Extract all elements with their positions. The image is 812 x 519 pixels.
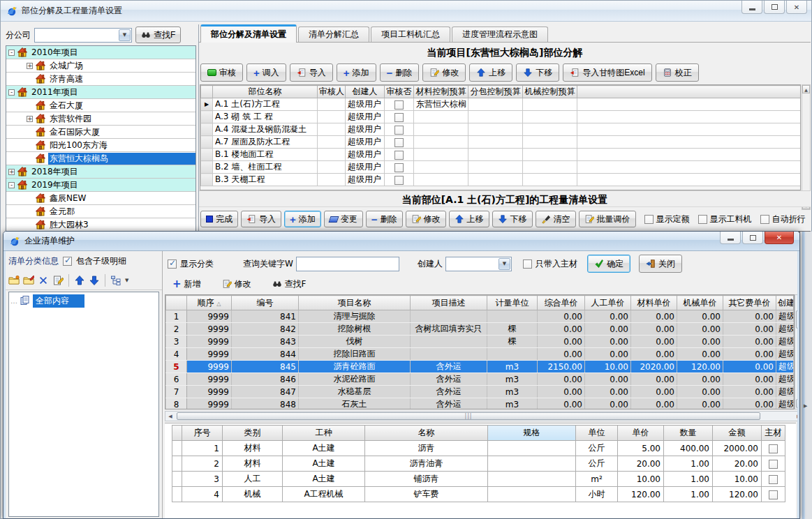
ok-button[interactable]: 确定: [587, 255, 630, 273]
column-header[interactable]: 机械控制预算: [523, 86, 577, 98]
new-button[interactable]: +新增: [168, 276, 206, 292]
scroll-thumb[interactable]: ≡: [796, 310, 797, 329]
column-header[interactable]: 创建: [776, 296, 794, 310]
move-down-button[interactable]: 下移: [492, 211, 533, 227]
import-gantt-excel-button[interactable]: 导入甘特图Excel: [563, 63, 651, 82]
column-header[interactable]: 计量单位: [487, 296, 538, 310]
dialog-titlebar[interactable]: 企业清单维护: [3, 232, 799, 251]
column-header[interactable]: 其它费单价: [723, 296, 776, 310]
move-up-button[interactable]: 上移: [449, 211, 489, 227]
add-button[interactable]: +添加: [284, 211, 321, 227]
main-material-checkbox[interactable]: [769, 475, 778, 484]
maximize-button[interactable]: [742, 232, 763, 244]
collapse-icon[interactable]: -: [8, 89, 15, 96]
new-folder-icon[interactable]: [8, 275, 20, 286]
tab-progress-flow[interactable]: 进度管理流程示意图: [452, 27, 548, 42]
modify-button[interactable]: 修改: [406, 211, 446, 227]
main-material-checkbox[interactable]: [769, 490, 778, 499]
column-header[interactable]: 金额: [713, 426, 762, 441]
show-labor-material-checkbox[interactable]: [698, 215, 707, 224]
expand-icon[interactable]: +: [27, 63, 33, 69]
expand-icon[interactable]: +: [27, 116, 33, 122]
tree-item[interactable]: 济青高速: [6, 73, 195, 86]
expand-icon[interactable]: +: [8, 169, 15, 175]
keyword-input[interactable]: [296, 257, 399, 271]
call-in-button[interactable]: +调入: [246, 63, 286, 82]
collapse-icon[interactable]: -: [8, 182, 15, 188]
tree-item-selected[interactable]: … 全部内容: [10, 294, 157, 308]
column-header[interactable]: 综合单价: [538, 296, 585, 310]
tree-item[interactable]: 胜大园林3: [6, 218, 195, 232]
maximize-button[interactable]: [764, 1, 785, 14]
tab-list-summary[interactable]: 清单分解汇总: [298, 27, 369, 42]
column-header[interactable]: 项目名称: [299, 296, 411, 310]
creator-dropdown[interactable]: ▼: [445, 257, 512, 271]
table-row[interactable]: B.2 墙、柱面工程 超级用户: [201, 161, 802, 174]
audit-checkbox[interactable]: [394, 126, 404, 135]
table-row[interactable]: 29999842挖除树根含树坑回填夯实只棵0.000.000.000.000.0…: [166, 323, 794, 336]
edit-folder-icon[interactable]: [23, 275, 34, 286]
delete-icon[interactable]: [38, 275, 49, 286]
tree-item[interactable]: 阳光100东方海: [6, 139, 195, 152]
table-row-selected[interactable]: 59999845沥青砼路面含外运m32150.0010.002020.00120…: [166, 361, 794, 373]
modify-button[interactable]: 修改: [217, 276, 256, 292]
correct-button[interactable]: 校正: [656, 63, 699, 82]
audit-checkbox[interactable]: [394, 100, 404, 110]
tree-item[interactable]: - 2010年项目: [6, 46, 195, 59]
clear-button[interactable]: 清空: [536, 211, 576, 227]
change-button[interactable]: 变更: [324, 211, 363, 227]
modify-button[interactable]: 修改: [422, 63, 466, 82]
tree-item[interactable]: + 2018年项目: [6, 165, 195, 179]
move-down-button[interactable]: 下移: [516, 63, 559, 82]
scroll-down-icon[interactable]: ▼: [796, 399, 797, 408]
list-grid-vscrollbar[interactable]: ≡ ▼: [795, 294, 797, 409]
table-row[interactable]: B.1 楼地面工程 超级用户: [201, 149, 802, 161]
auto-wrap-checkbox[interactable]: [760, 215, 769, 224]
column-header[interactable]: 材料单价: [631, 296, 677, 310]
main-material-checkbox[interactable]: [769, 460, 778, 469]
column-header[interactable]: 机械单价: [677, 296, 723, 310]
scroll-left-icon[interactable]: ◀: [165, 414, 175, 419]
column-header[interactable]: 顺序 △: [187, 296, 232, 310]
column-header[interactable]: 审核人: [318, 86, 346, 98]
table-row[interactable]: 3人工A土建铺沥青m²10.001.0010.00: [172, 472, 785, 487]
column-header[interactable]: 部位名称: [213, 86, 318, 98]
column-header[interactable]: 审核否: [385, 86, 414, 98]
table-row[interactable]: B.3 天棚工程 超级用户: [201, 174, 802, 186]
column-header[interactable]: 材料控制预算: [414, 86, 468, 98]
show-category-checkbox[interactable]: ✓: [168, 260, 177, 269]
table-row[interactable]: 4机械A工程机械铲车费小时120.001.00120.00: [172, 487, 785, 502]
close-dialog-button[interactable]: 关闭: [639, 255, 682, 273]
collapse-icon[interactable]: -: [8, 50, 15, 56]
audit-checkbox[interactable]: [394, 176, 404, 185]
minimize-button[interactable]: [741, 1, 762, 14]
column-header[interactable]: 编号: [232, 296, 299, 310]
column-header[interactable]: 分包控制预算: [468, 86, 523, 98]
move-down-icon[interactable]: [89, 275, 100, 286]
tree-item[interactable]: - 2019年项目: [6, 179, 195, 192]
branch-dropdown[interactable]: ▼: [34, 28, 132, 43]
include-children-checkbox[interactable]: ✓: [63, 257, 72, 266]
column-header[interactable]: 单价: [618, 426, 664, 441]
audit-button[interactable]: 审核: [200, 63, 243, 82]
audit-checkbox[interactable]: [394, 151, 404, 160]
column-header[interactable]: 规格: [488, 426, 576, 441]
column-header[interactable]: 人工单价: [585, 296, 631, 310]
minimize-button[interactable]: [720, 232, 741, 244]
close-button[interactable]: ✕: [786, 1, 807, 14]
tree-item[interactable]: + 东营软件园: [6, 112, 195, 126]
table-row[interactable]: 2材料A土建沥青油膏公斤20.001.0020.00: [172, 456, 785, 472]
column-header[interactable]: 项目描述: [411, 296, 487, 310]
scroll-right-icon[interactable]: ▶: [804, 403, 807, 409]
dropdown-arrow-icon[interactable]: ▼: [125, 278, 128, 283]
scroll-up-icon[interactable]: ▲: [802, 85, 810, 93]
table-row[interactable]: 89999848石灰土含外运m30.000.000.000.000.00超级: [166, 398, 794, 410]
tree-item[interactable]: - 2011年项目: [6, 86, 195, 99]
list-grid-hscrollbar[interactable]: ◀ ||| ▶: [165, 411, 797, 421]
tree-item[interactable]: 金石大厦: [6, 99, 195, 112]
find-button[interactable]: 查找F: [135, 27, 181, 43]
audit-checkbox[interactable]: [394, 138, 404, 147]
tree-item[interactable]: 金元郡: [6, 205, 195, 218]
main-material-checkbox[interactable]: [769, 444, 778, 453]
tab-part-decomposition[interactable]: 部位分解及清单设置: [200, 24, 297, 43]
